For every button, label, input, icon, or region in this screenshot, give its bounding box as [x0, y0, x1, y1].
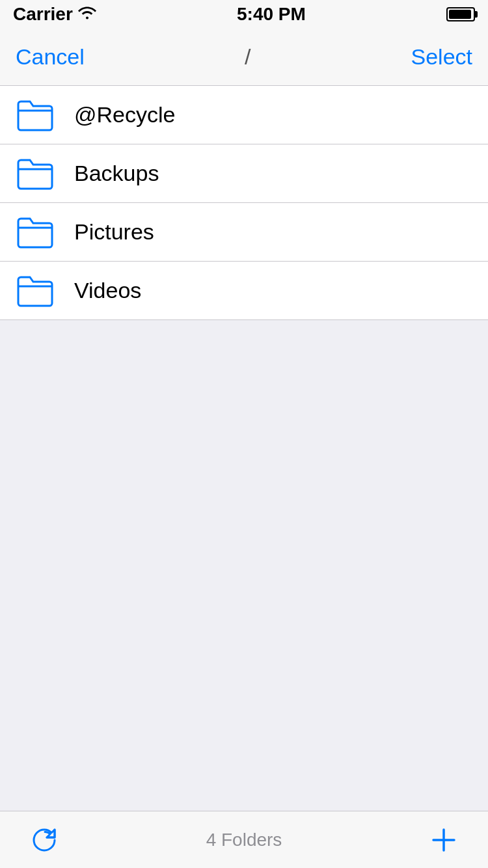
bottom-bar: 4 Folders — [0, 811, 488, 868]
cancel-button[interactable]: Cancel — [16, 44, 85, 70]
refresh-button[interactable] — [26, 822, 62, 858]
select-button[interactable]: Select — [411, 44, 472, 70]
battery-icon — [446, 7, 475, 21]
status-time: 5:40 PM — [237, 4, 306, 25]
nav-title: / — [245, 44, 251, 70]
folder-icon — [16, 215, 55, 250]
battery-indicator — [446, 7, 475, 21]
folder-count-label: 4 Folders — [206, 830, 282, 850]
folder-icon-wrap — [16, 156, 68, 191]
folder-icon-wrap — [16, 215, 68, 250]
status-carrier-wifi: Carrier — [13, 4, 96, 25]
folder-name-videos: Videos — [74, 278, 141, 303]
add-icon — [429, 826, 458, 854]
carrier-label: Carrier — [13, 4, 73, 25]
battery-fill — [449, 10, 471, 19]
empty-area — [0, 320, 488, 811]
folder-item-pictures[interactable]: Pictures — [0, 203, 488, 262]
folder-icon-wrap — [16, 273, 68, 308]
folder-icon — [16, 156, 55, 191]
folder-name-recycle: @Recycle — [74, 102, 175, 128]
folder-icon-wrap — [16, 98, 68, 133]
status-bar: Carrier 5:40 PM — [0, 0, 488, 29]
folder-name-backups: Backups — [74, 161, 159, 186]
folder-icon — [16, 98, 55, 133]
folder-icon — [16, 273, 55, 308]
folder-item-backups[interactable]: Backups — [0, 144, 488, 203]
add-button[interactable] — [426, 822, 462, 858]
folder-name-pictures: Pictures — [74, 219, 154, 245]
folder-item-recycle[interactable]: @Recycle — [0, 86, 488, 144]
folder-item-videos[interactable]: Videos — [0, 262, 488, 320]
refresh-icon — [29, 824, 60, 856]
navigation-bar: Cancel / Select — [0, 29, 488, 86]
file-list: @Recycle Backups Pictures Videos — [0, 86, 488, 320]
wifi-icon — [78, 5, 96, 23]
